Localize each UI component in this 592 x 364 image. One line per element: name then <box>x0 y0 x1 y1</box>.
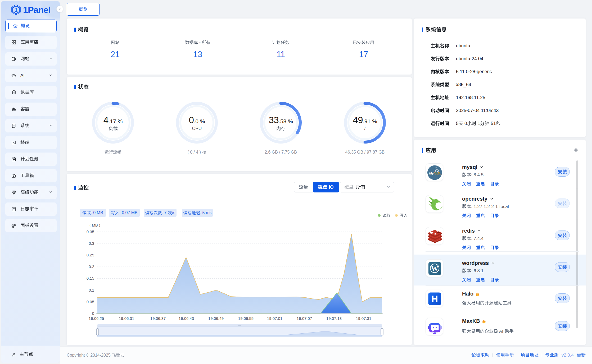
svg-text:19:07:13: 19:07:13 <box>326 316 342 321</box>
svg-text:19:06:49: 19:06:49 <box>208 316 224 321</box>
svg-text:19:06:37: 19:06:37 <box>150 316 166 321</box>
svg-text:My: My <box>429 172 434 175</box>
svg-text:19:06:25: 19:06:25 <box>89 316 104 321</box>
svg-text:0.25: 0.25 <box>87 253 94 257</box>
svg-text:0.05: 0.05 <box>87 300 94 304</box>
svg-text:0.1: 0.1 <box>89 288 94 292</box>
svg-text:0.35: 0.35 <box>87 229 94 234</box>
svg-text:19:06:55: 19:06:55 <box>238 316 254 321</box>
svg-text:SQL: SQL <box>434 171 442 175</box>
svg-text:19:07:31: 19:07:31 <box>356 316 371 321</box>
svg-text:19:06:31: 19:06:31 <box>119 316 134 321</box>
svg-text:0.15: 0.15 <box>87 276 94 280</box>
svg-text:0.2: 0.2 <box>89 264 94 269</box>
svg-text:19:06:43: 19:06:43 <box>179 316 194 321</box>
svg-text:0.3: 0.3 <box>89 241 94 246</box>
svg-text:1: 1 <box>15 7 17 13</box>
svg-text:W: W <box>431 265 438 273</box>
svg-text:0: 0 <box>92 311 94 316</box>
svg-text:19:07:07: 19:07:07 <box>297 316 312 321</box>
svg-text:19:07:01: 19:07:01 <box>267 316 282 321</box>
